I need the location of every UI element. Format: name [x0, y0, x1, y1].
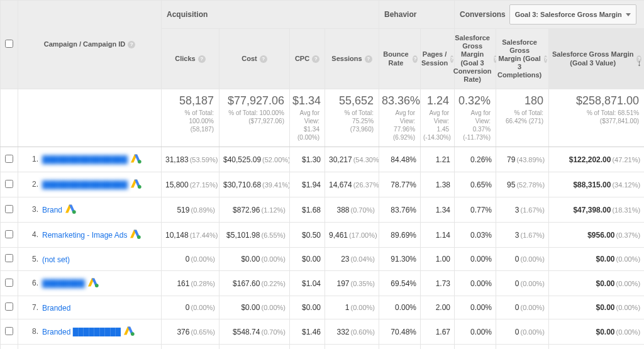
cell-value-value: $122,202.00 [569, 155, 611, 164]
totals-clicks-sub: % of Total: 100.00% (58,187) [164, 109, 214, 133]
row-select-cell[interactable] [1, 248, 18, 271]
row-select-cell[interactable] [1, 296, 18, 319]
row-checkbox[interactable] [5, 254, 13, 262]
table-row: 6.████████ 161(0.28%)$167.60(0.22%)$1.04… [1, 271, 645, 296]
col-conversion-rate[interactable]: Salesforce Gross Margin (Goal 3 Conversi… [455, 29, 496, 89]
help-icon[interactable]: ? [365, 55, 372, 63]
campaign-link[interactable]: Brand [42, 206, 62, 214]
row-checkbox[interactable] [5, 279, 13, 287]
col-sessions[interactable]: Sessions ? [325, 29, 379, 89]
cell-cost-value: $30,710.68 [223, 180, 261, 189]
help-icon[interactable]: ? [413, 55, 418, 63]
campaign-link[interactable]: ████████ [42, 279, 85, 288]
row-select-cell[interactable] [1, 172, 18, 197]
col-bounce-rate[interactable]: Bounce Rate ? [379, 29, 421, 89]
totals-empty [1, 89, 18, 147]
cell-cost: $5,101.98(6.55%) [219, 223, 290, 248]
campaign-link[interactable]: Remarketing - Image Ads [42, 231, 127, 240]
cell-sessions-pct: (0.35%) [351, 280, 375, 287]
cell-cost-value: $40,525.09 [223, 155, 261, 164]
cell-cost-pct: (0.22%) [261, 280, 286, 287]
row-checkbox[interactable] [5, 327, 13, 335]
google-ads-icon [130, 153, 142, 165]
col-pps-label: Pages / Session [421, 50, 448, 67]
cell-cpc-value: $0.00 [302, 255, 321, 263]
cell-completions: 3(1.67%) [496, 223, 549, 248]
totals-cost: $77,927.06 % of Total: 100.00% ($77,927.… [219, 89, 290, 147]
cell-pps: 1.21 [421, 147, 455, 172]
cell-value-value: $47,398.00 [573, 206, 611, 214]
cell-rate-value: 0.00% [470, 328, 492, 336]
col-pages-per-session[interactable]: Pages / Session ? [421, 29, 455, 89]
cell-rate-value: 0.26% [470, 155, 492, 164]
campaign-link[interactable]: ████████████████ [42, 180, 128, 189]
cell-sessions-value: 1 [345, 303, 350, 312]
campaign-link[interactable]: (not set) [42, 255, 70, 264]
campaign-cell: 2.████████████████ [18, 172, 162, 197]
totals-value-value: $258,871.00 [552, 94, 639, 108]
table-row: 4.Remarketing - Image Ads 10,148(17.44%)… [1, 223, 645, 248]
cell-completions-value: 3 [515, 206, 519, 214]
help-icon[interactable]: ? [128, 41, 135, 48]
conversion-goal-text: Goal 3: Salesforce Gross Margin [515, 11, 622, 18]
cell-value: $47,398.00(18.31%) [549, 197, 644, 223]
svg-point-1 [138, 185, 142, 189]
cell-sessions-value: 23 [341, 255, 349, 263]
totals-cost-sub: % of Total: 100.00% ($77,927.06) [222, 109, 284, 125]
col-cost-label: Cost [242, 55, 257, 63]
col-cost[interactable]: Cost ? [219, 29, 290, 89]
col-completions[interactable]: Salesforce Gross Margin (Goal 3 Completi… [496, 29, 549, 89]
cell-pps-value: 1.67 [436, 328, 450, 336]
campaign-link[interactable]: Branded [42, 304, 70, 313]
help-icon[interactable]: ? [312, 55, 319, 63]
cell-bounce: 91.30% [379, 248, 421, 271]
group-behavior: Behavior [379, 1, 455, 29]
campaign-link[interactable]: Branded █████████ [42, 328, 121, 336]
cell-cpc: $1.30 [290, 147, 325, 172]
col-cpc[interactable]: CPC ? [290, 29, 325, 89]
row-checkbox[interactable] [5, 155, 13, 163]
row-select-cell[interactable] [1, 271, 18, 296]
totals-pps-sub: Avg for View: 1.45 (-14.30%) [423, 109, 449, 141]
google-ads-icon [130, 229, 141, 241]
table-row: 1.████████████████ 31,183(53.59%)$40,525… [1, 147, 645, 172]
row-select-cell[interactable] [1, 197, 18, 223]
col-clicks[interactable]: Clicks ? [162, 29, 219, 89]
help-icon[interactable]: ? [260, 55, 267, 63]
cell-clicks-value: 0 [186, 255, 190, 263]
row-select-cell[interactable] [1, 345, 18, 349]
cell-cpc-value: $1.46 [302, 328, 321, 336]
cell-sessions: 388(0.70%) [325, 197, 379, 223]
cell-sessions-value: 30,217 [329, 155, 352, 164]
dimension-header[interactable]: Campaign / Campaign ID ? [18, 1, 162, 89]
row-checkbox[interactable] [5, 302, 13, 311]
col-value[interactable]: Salesforce Gross Margin (Goal 3 Value) ?… [549, 29, 644, 89]
row-select-cell[interactable] [1, 147, 18, 172]
help-icon[interactable]: ? [198, 55, 206, 63]
conversions-label: Conversions [460, 10, 506, 19]
select-all-cell[interactable] [1, 1, 18, 89]
svg-point-5 [131, 332, 135, 336]
row-checkbox[interactable] [5, 180, 13, 188]
cell-clicks-value: 10,148 [165, 231, 189, 240]
cell-clicks-value: 376 [177, 328, 189, 336]
cell-value: $0.00(0.00%) [549, 271, 644, 296]
cell-completions: 3(1.67%) [496, 197, 549, 223]
help-icon[interactable]: ? [544, 55, 547, 63]
row-select-cell[interactable] [1, 319, 18, 345]
conversion-goal-selector[interactable]: Goal 3: Salesforce Gross Margin [509, 4, 636, 25]
campaign-cell: 6.████████ [18, 271, 162, 296]
row-checkbox[interactable] [5, 230, 13, 238]
cell-bounce-value: 89.69% [391, 231, 416, 240]
cell-completions-pct: (0.00%) [521, 255, 545, 263]
select-all-checkbox[interactable] [5, 40, 13, 48]
cell-cost: $30,710.68(39.41%) [219, 172, 290, 197]
cell-clicks-pct: (0.00%) [191, 255, 215, 263]
campaign-link[interactable]: ████████████████ [42, 155, 128, 164]
col-rate-label: Salesforce Gross Margin (Goal 3 Conversi… [453, 34, 492, 84]
cell-sessions-pct: (54.30%) [353, 156, 379, 163]
table-row: 7.Branded0(0.00%)$0.00(0.00%)$0.001(0.00… [1, 296, 645, 319]
row-select-cell[interactable] [1, 223, 18, 248]
cell-sessions: 197(0.35%) [325, 271, 379, 296]
row-checkbox[interactable] [5, 205, 13, 213]
